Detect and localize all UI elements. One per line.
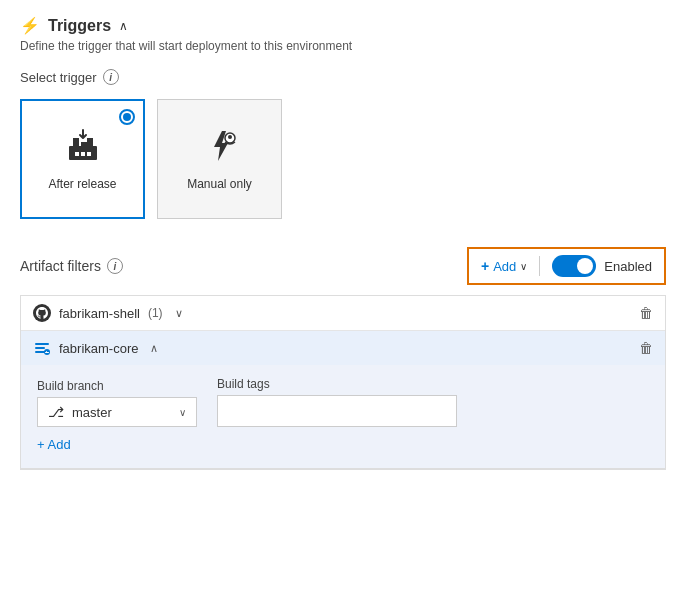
artifact-controls: + Add ∨ Enabled [467, 247, 666, 285]
after-release-icon [65, 128, 101, 169]
artifact-section: Artifact filters i + Add ∨ Enabled [20, 247, 666, 470]
fabrikam-shell-name: fabrikam-shell [59, 306, 140, 321]
svg-rect-5 [81, 152, 85, 156]
build-tags-input[interactable] [217, 395, 457, 427]
svg-rect-2 [81, 142, 87, 148]
build-branch-label: Build branch [37, 379, 197, 393]
radio-after-release[interactable] [119, 109, 135, 125]
github-icon [33, 304, 51, 322]
main-container: ⚡ Triggers ∧ Define the trigger that wil… [0, 0, 686, 498]
fabrikam-core-delete-icon[interactable]: 🗑 [639, 340, 653, 356]
trigger-card-after-release[interactable]: After release [20, 99, 145, 219]
enabled-toggle[interactable] [552, 255, 596, 277]
trigger-card-manual-only[interactable]: Manual only [157, 99, 282, 219]
artifact-row-content-core: fabrikam-core ∧ [33, 339, 158, 357]
fabrikam-shell-count: (1) [148, 306, 163, 320]
artifact-row-fabrikam-shell: fabrikam-shell (1) ∨ 🗑 [21, 296, 665, 331]
fabrikam-shell-delete-icon[interactable]: 🗑 [639, 305, 653, 321]
plus-icon: + [481, 258, 489, 274]
trigger-options: After release Manual only [20, 99, 666, 219]
section-title: Triggers [48, 17, 111, 35]
artifact-title-group: Artifact filters i [20, 258, 123, 274]
build-tags-label: Build tags [217, 377, 457, 391]
svg-rect-1 [73, 138, 79, 148]
build-branch-group: Build branch ⎇ master ∨ [37, 379, 197, 427]
select-trigger-label: Select trigger [20, 70, 97, 85]
branch-chevron-icon: ∨ [179, 407, 186, 418]
expanded-content-fabrikam-core: Build branch ⎇ master ∨ Build tags + Add [21, 365, 665, 469]
git-icon: ⎇ [48, 404, 64, 420]
svg-rect-9 [35, 343, 49, 345]
artifact-filters-label: Artifact filters [20, 258, 101, 274]
section-subtitle: Define the trigger that will start deplo… [20, 39, 666, 53]
svg-rect-4 [75, 152, 79, 156]
artifact-header: Artifact filters i + Add ∨ Enabled [20, 247, 666, 285]
artifact-list: fabrikam-shell (1) ∨ 🗑 [20, 295, 666, 470]
divider [539, 256, 540, 276]
build-branch-value: master [72, 405, 112, 420]
select-trigger-info-icon[interactable]: i [103, 69, 119, 85]
manual-only-icon [202, 128, 238, 169]
build-definition-icon [33, 339, 51, 357]
svg-rect-6 [87, 152, 91, 156]
add-button[interactable]: + Add ∨ [481, 258, 527, 274]
enabled-label: Enabled [604, 259, 652, 274]
manual-only-label: Manual only [187, 177, 252, 191]
add-filter-label: + Add [37, 437, 71, 452]
svg-point-8 [228, 135, 232, 139]
build-tags-group: Build tags [217, 377, 457, 427]
fabrikam-shell-chevron[interactable]: ∨ [175, 307, 183, 320]
svg-rect-14 [45, 352, 49, 353]
add-label: Add [493, 259, 516, 274]
artifact-filters-info-icon[interactable]: i [107, 258, 123, 274]
fabrikam-core-name: fabrikam-core [59, 341, 138, 356]
section-chevron[interactable]: ∧ [119, 19, 128, 33]
artifact-row-fabrikam-core: fabrikam-core ∧ 🗑 [21, 331, 665, 365]
svg-rect-10 [35, 347, 45, 349]
add-filter-link[interactable]: + Add [37, 437, 649, 452]
toggle-container: Enabled [552, 255, 652, 277]
select-trigger-row: Select trigger i [20, 69, 666, 85]
build-branch-input[interactable]: ⎇ master ∨ [37, 397, 197, 427]
section-header: ⚡ Triggers ∧ [20, 16, 666, 35]
svg-rect-3 [87, 138, 93, 148]
fabrikam-core-chevron[interactable]: ∧ [150, 342, 158, 355]
after-release-label: After release [48, 177, 116, 191]
fields-row: Build branch ⎇ master ∨ Build tags [37, 377, 649, 427]
artifact-row-content: fabrikam-shell (1) ∨ [33, 304, 183, 322]
add-chevron-icon: ∨ [520, 261, 527, 272]
triggers-icon: ⚡ [20, 16, 40, 35]
